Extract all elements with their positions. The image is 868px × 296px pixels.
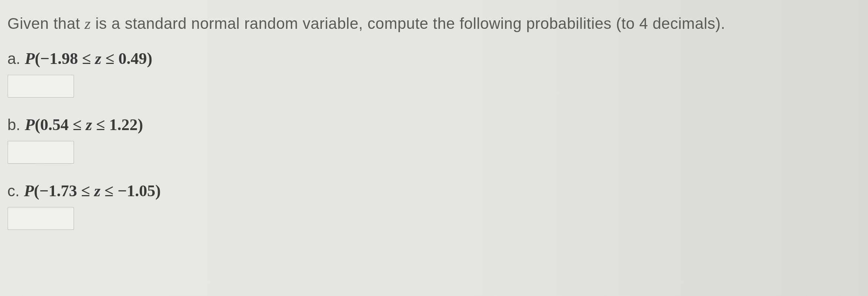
intro-text-before: Given that [7,15,85,32]
part-a-label: a. P(−1.98 ≤ z ≤ 0.49) [7,49,861,68]
formula-z: z [86,116,92,134]
part-a-formula: P(−1.98 ≤ z ≤ 0.49) [25,49,152,68]
formula-le2: ≤ [92,116,109,134]
formula-close: ) [147,50,152,68]
part-b-label: b. P(0.54 ≤ z ≤ 1.22) [7,115,861,134]
part-c-label: c. P(−1.73 ≤ z ≤ −1.05) [7,181,861,200]
formula-lower: −1.98 [40,50,78,68]
formula-z: z [95,50,101,68]
part-a: a. P(−1.98 ≤ z ≤ 0.49) [7,49,861,108]
formula-lower: 0.54 [40,116,69,134]
formula-le2: ≤ [101,182,118,200]
formula-lower: −1.73 [39,182,77,200]
answer-input-b[interactable] [7,141,74,164]
part-a-prefix: a. [7,50,20,68]
formula-open: ( [35,116,40,134]
formula-close: ) [155,182,161,200]
formula-P: P [24,182,34,200]
answer-input-c[interactable] [7,207,74,230]
part-c-formula: P(−1.73 ≤ z ≤ −1.05) [24,181,161,200]
part-b-formula: P(0.54 ≤ z ≤ 1.22) [25,115,143,134]
answer-input-a[interactable] [7,75,74,98]
part-c: c. P(−1.73 ≤ z ≤ −1.05) [7,181,861,240]
formula-P: P [25,116,35,134]
formula-upper: −1.05 [118,182,155,200]
part-b-prefix: b. [7,116,20,134]
formula-upper: 1.22 [109,116,138,134]
formula-upper: 0.49 [118,50,147,68]
formula-le1: ≤ [77,182,94,200]
formula-close: ) [138,116,143,134]
formula-open: ( [35,50,40,68]
formula-le2: ≤ [101,50,118,68]
part-c-prefix: c. [7,182,20,200]
formula-le1: ≤ [78,50,95,68]
formula-le1: ≤ [69,116,86,134]
question-intro: Given that z is a standard normal random… [7,15,861,33]
formula-P: P [25,50,35,68]
part-b: b. P(0.54 ≤ z ≤ 1.22) [7,115,861,174]
formula-open: ( [34,182,40,200]
intro-text-after: is a standard normal random variable, co… [91,15,725,32]
formula-z: z [94,182,100,200]
intro-var-z: z [85,15,91,32]
